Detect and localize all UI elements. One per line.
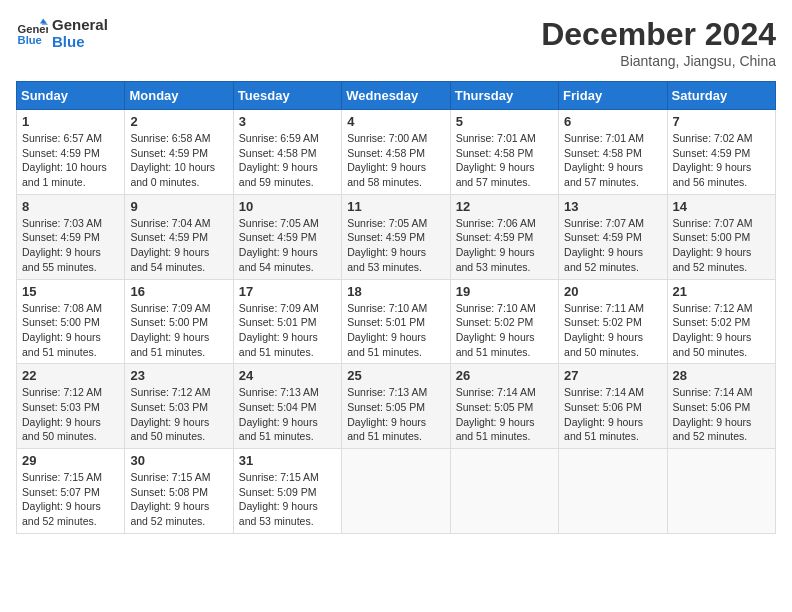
calendar-week-row: 8Sunrise: 7:03 AMSunset: 4:59 PMDaylight… <box>17 194 776 279</box>
day-number: 30 <box>130 453 227 468</box>
day-number: 11 <box>347 199 444 214</box>
day-info: Sunrise: 7:14 AMSunset: 5:06 PMDaylight:… <box>673 385 770 444</box>
calendar-week-row: 15Sunrise: 7:08 AMSunset: 5:00 PMDayligh… <box>17 279 776 364</box>
day-number: 31 <box>239 453 336 468</box>
day-number: 3 <box>239 114 336 129</box>
day-number: 21 <box>673 284 770 299</box>
day-info: Sunrise: 7:15 AMSunset: 5:09 PMDaylight:… <box>239 470 336 529</box>
logo-general: General <box>52 16 108 33</box>
calendar-cell: 23Sunrise: 7:12 AMSunset: 5:03 PMDayligh… <box>125 364 233 449</box>
calendar-cell: 20Sunrise: 7:11 AMSunset: 5:02 PMDayligh… <box>559 279 667 364</box>
header-friday: Friday <box>559 82 667 110</box>
calendar-cell <box>450 449 558 534</box>
day-number: 9 <box>130 199 227 214</box>
calendar-table: Sunday Monday Tuesday Wednesday Thursday… <box>16 81 776 534</box>
calendar-cell: 9Sunrise: 7:04 AMSunset: 4:59 PMDaylight… <box>125 194 233 279</box>
calendar-cell: 24Sunrise: 7:13 AMSunset: 5:04 PMDayligh… <box>233 364 341 449</box>
day-info: Sunrise: 7:15 AMSunset: 5:08 PMDaylight:… <box>130 470 227 529</box>
day-number: 15 <box>22 284 119 299</box>
calendar-cell: 3Sunrise: 6:59 AMSunset: 4:58 PMDaylight… <box>233 110 341 195</box>
day-number: 24 <box>239 368 336 383</box>
calendar-cell: 17Sunrise: 7:09 AMSunset: 5:01 PMDayligh… <box>233 279 341 364</box>
day-number: 17 <box>239 284 336 299</box>
day-number: 25 <box>347 368 444 383</box>
calendar-cell: 29Sunrise: 7:15 AMSunset: 5:07 PMDayligh… <box>17 449 125 534</box>
calendar-body: 1Sunrise: 6:57 AMSunset: 4:59 PMDaylight… <box>17 110 776 534</box>
calendar-cell: 8Sunrise: 7:03 AMSunset: 4:59 PMDaylight… <box>17 194 125 279</box>
logo-icon: General Blue <box>16 17 48 49</box>
day-info: Sunrise: 7:12 AMSunset: 5:03 PMDaylight:… <box>22 385 119 444</box>
day-number: 20 <box>564 284 661 299</box>
calendar-cell: 14Sunrise: 7:07 AMSunset: 5:00 PMDayligh… <box>667 194 775 279</box>
title-block: December 2024 Biantang, Jiangsu, China <box>541 16 776 69</box>
day-number: 28 <box>673 368 770 383</box>
day-info: Sunrise: 7:03 AMSunset: 4:59 PMDaylight:… <box>22 216 119 275</box>
day-info: Sunrise: 6:58 AMSunset: 4:59 PMDaylight:… <box>130 131 227 190</box>
calendar-cell: 12Sunrise: 7:06 AMSunset: 4:59 PMDayligh… <box>450 194 558 279</box>
calendar-cell: 10Sunrise: 7:05 AMSunset: 4:59 PMDayligh… <box>233 194 341 279</box>
day-info: Sunrise: 7:06 AMSunset: 4:59 PMDaylight:… <box>456 216 553 275</box>
header-thursday: Thursday <box>450 82 558 110</box>
day-info: Sunrise: 7:02 AMSunset: 4:59 PMDaylight:… <box>673 131 770 190</box>
month-title: December 2024 <box>541 16 776 53</box>
calendar-cell: 19Sunrise: 7:10 AMSunset: 5:02 PMDayligh… <box>450 279 558 364</box>
calendar-cell: 4Sunrise: 7:00 AMSunset: 4:58 PMDaylight… <box>342 110 450 195</box>
day-info: Sunrise: 7:11 AMSunset: 5:02 PMDaylight:… <box>564 301 661 360</box>
day-info: Sunrise: 7:14 AMSunset: 5:06 PMDaylight:… <box>564 385 661 444</box>
day-info: Sunrise: 6:59 AMSunset: 4:58 PMDaylight:… <box>239 131 336 190</box>
day-info: Sunrise: 7:01 AMSunset: 4:58 PMDaylight:… <box>564 131 661 190</box>
day-info: Sunrise: 7:05 AMSunset: 4:59 PMDaylight:… <box>347 216 444 275</box>
day-number: 22 <box>22 368 119 383</box>
day-number: 4 <box>347 114 444 129</box>
day-number: 13 <box>564 199 661 214</box>
day-number: 12 <box>456 199 553 214</box>
calendar-cell: 18Sunrise: 7:10 AMSunset: 5:01 PMDayligh… <box>342 279 450 364</box>
calendar-cell: 11Sunrise: 7:05 AMSunset: 4:59 PMDayligh… <box>342 194 450 279</box>
calendar-cell: 21Sunrise: 7:12 AMSunset: 5:02 PMDayligh… <box>667 279 775 364</box>
day-info: Sunrise: 7:13 AMSunset: 5:04 PMDaylight:… <box>239 385 336 444</box>
day-number: 16 <box>130 284 227 299</box>
day-number: 19 <box>456 284 553 299</box>
day-info: Sunrise: 7:13 AMSunset: 5:05 PMDaylight:… <box>347 385 444 444</box>
header-tuesday: Tuesday <box>233 82 341 110</box>
calendar-week-row: 1Sunrise: 6:57 AMSunset: 4:59 PMDaylight… <box>17 110 776 195</box>
calendar-week-row: 29Sunrise: 7:15 AMSunset: 5:07 PMDayligh… <box>17 449 776 534</box>
calendar-cell: 22Sunrise: 7:12 AMSunset: 5:03 PMDayligh… <box>17 364 125 449</box>
day-number: 27 <box>564 368 661 383</box>
day-number: 1 <box>22 114 119 129</box>
day-headers-row: Sunday Monday Tuesday Wednesday Thursday… <box>17 82 776 110</box>
day-number: 29 <box>22 453 119 468</box>
day-number: 5 <box>456 114 553 129</box>
day-info: Sunrise: 7:01 AMSunset: 4:58 PMDaylight:… <box>456 131 553 190</box>
calendar-cell: 7Sunrise: 7:02 AMSunset: 4:59 PMDaylight… <box>667 110 775 195</box>
calendar-cell: 13Sunrise: 7:07 AMSunset: 4:59 PMDayligh… <box>559 194 667 279</box>
calendar-cell: 28Sunrise: 7:14 AMSunset: 5:06 PMDayligh… <box>667 364 775 449</box>
calendar-cell: 6Sunrise: 7:01 AMSunset: 4:58 PMDaylight… <box>559 110 667 195</box>
calendar-cell <box>667 449 775 534</box>
location-subtitle: Biantang, Jiangsu, China <box>541 53 776 69</box>
day-info: Sunrise: 7:10 AMSunset: 5:02 PMDaylight:… <box>456 301 553 360</box>
calendar-cell <box>342 449 450 534</box>
calendar-cell: 30Sunrise: 7:15 AMSunset: 5:08 PMDayligh… <box>125 449 233 534</box>
day-info: Sunrise: 7:12 AMSunset: 5:02 PMDaylight:… <box>673 301 770 360</box>
day-info: Sunrise: 7:07 AMSunset: 4:59 PMDaylight:… <box>564 216 661 275</box>
day-info: Sunrise: 7:04 AMSunset: 4:59 PMDaylight:… <box>130 216 227 275</box>
day-number: 18 <box>347 284 444 299</box>
calendar-cell <box>559 449 667 534</box>
day-info: Sunrise: 7:00 AMSunset: 4:58 PMDaylight:… <box>347 131 444 190</box>
day-info: Sunrise: 7:10 AMSunset: 5:01 PMDaylight:… <box>347 301 444 360</box>
calendar-cell: 5Sunrise: 7:01 AMSunset: 4:58 PMDaylight… <box>450 110 558 195</box>
header-monday: Monday <box>125 82 233 110</box>
svg-text:Blue: Blue <box>18 34 42 46</box>
day-number: 8 <box>22 199 119 214</box>
day-info: Sunrise: 6:57 AMSunset: 4:59 PMDaylight:… <box>22 131 119 190</box>
day-number: 2 <box>130 114 227 129</box>
calendar-cell: 15Sunrise: 7:08 AMSunset: 5:00 PMDayligh… <box>17 279 125 364</box>
day-info: Sunrise: 7:12 AMSunset: 5:03 PMDaylight:… <box>130 385 227 444</box>
calendar-cell: 26Sunrise: 7:14 AMSunset: 5:05 PMDayligh… <box>450 364 558 449</box>
day-number: 26 <box>456 368 553 383</box>
calendar-week-row: 22Sunrise: 7:12 AMSunset: 5:03 PMDayligh… <box>17 364 776 449</box>
day-number: 14 <box>673 199 770 214</box>
day-info: Sunrise: 7:08 AMSunset: 5:00 PMDaylight:… <box>22 301 119 360</box>
header-saturday: Saturday <box>667 82 775 110</box>
